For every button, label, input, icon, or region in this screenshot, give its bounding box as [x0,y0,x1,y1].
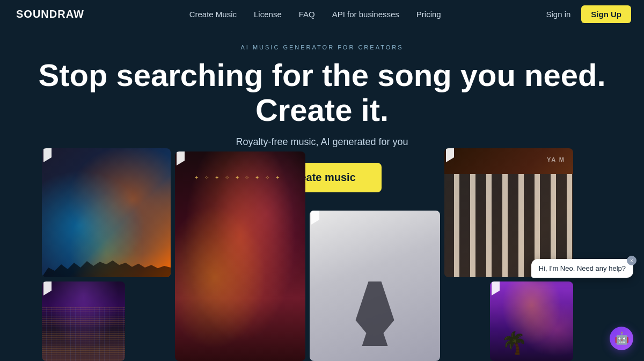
logo-text: SOUNDRAW [16,8,84,20]
neo-chat-widget: Hi, I'm Neo. Need any help? × [531,259,633,278]
neo-chat-button[interactable]: 🤖 [610,327,633,350]
nav-create-music[interactable]: Create Music [189,10,237,19]
logo[interactable]: SOUNDRAW [13,8,84,20]
sign-in-link[interactable]: Sign in [546,10,570,19]
hero-title-line1: Stop searching for the song you need. [39,57,606,92]
city-play-button[interactable] [42,281,125,291]
main-content: AI MUSIC GENERATOR FOR CREATORS Stop sea… [0,28,644,361]
piano-play-button[interactable] [444,148,573,158]
hero-title-line2: Create it. [255,92,389,127]
piano-image [444,148,573,277]
hero-title: Stop searching for the song you need. Cr… [0,58,644,128]
nav-right: Sign in Sign Up [546,5,631,23]
tropical-image [490,281,573,361]
dancer-image [310,211,440,361]
col-right [444,148,573,361]
city-image [42,281,125,361]
robot-icon-emoji: 🤖 [614,331,629,345]
hero-eyebrow: AI MUSIC GENERATOR FOR CREATORS [0,44,644,50]
neo-bubble-container: Hi, I'm Neo. Need any help? × [531,259,633,278]
nav-faq[interactable]: FAQ [299,10,315,19]
neo-close-button[interactable]: × [627,256,636,265]
tropical-play-button[interactable] [490,281,573,291]
nav-pricing[interactable]: Pricing [416,10,441,19]
image-grid [0,146,644,361]
nav-license[interactable]: License [254,10,282,19]
sign-up-button[interactable]: Sign Up [581,5,631,23]
nav-links: Create Music License FAQ API for busines… [189,10,441,19]
col-left [42,148,171,361]
concert-image [42,148,171,277]
dancer-play-button[interactable] [310,211,440,220]
disco-image [175,151,305,361]
neo-message-bubble: Hi, I'm Neo. Need any help? [531,259,633,278]
concert-play-button[interactable] [42,148,171,158]
disco-play-button[interactable] [175,151,305,161]
navbar: SOUNDRAW Create Music License FAQ API fo… [0,0,644,28]
nav-api[interactable]: API for businesses [332,10,399,19]
